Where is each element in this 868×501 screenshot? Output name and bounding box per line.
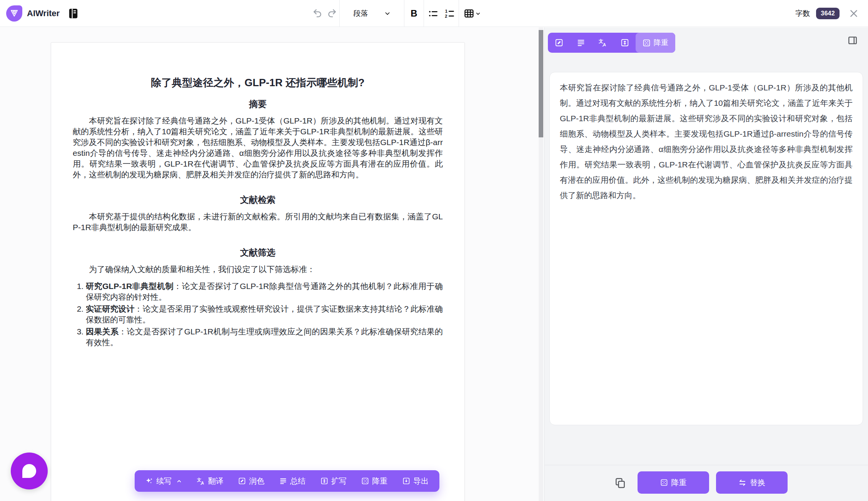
- export-square-icon: [402, 477, 410, 485]
- criterion-term: 因果关系: [86, 327, 119, 336]
- continue-writing-button[interactable]: 续写: [145, 476, 182, 486]
- screening-intro-paragraph[interactable]: 为了确保纳入文献的质量和相关性，我们设定了以下筛选标准：: [73, 264, 443, 275]
- dedupe-result-card: 本研究旨在探讨除了经典信号通路之外，GLP-1受体（GLP-1R）所涉及的其他机…: [549, 72, 863, 425]
- table-icon: [464, 8, 474, 19]
- editor-toolbar: 段落 B 1 2: [310, 0, 487, 27]
- svg-text:1: 1: [445, 9, 447, 13]
- editor-area: 除了典型途径之外，GLP-1R 还指示哪些机制? 摘要 本研究旨在探讨除了经典信…: [0, 27, 544, 501]
- numbered-list-button[interactable]: 1 2: [444, 8, 455, 19]
- edit-square-icon: [555, 38, 563, 47]
- brand: AIWriter: [6, 5, 78, 22]
- selection-toolbar: 续写 文 A 翻译 润色 总结: [135, 470, 439, 492]
- criterion-desc: ：论文是否探讨了GLP-1R机制与生理或病理效应之间的因果关系？此标准确保研究结…: [86, 327, 443, 347]
- edit-square-icon: [238, 477, 246, 485]
- document-panel-icon[interactable]: [68, 8, 78, 19]
- redo-button[interactable]: [325, 0, 339, 27]
- expand-square-icon: [320, 477, 328, 485]
- lit-search-heading[interactable]: 文献检索: [73, 194, 443, 206]
- chevron-down-icon: [384, 10, 391, 17]
- expand-button[interactable]: 扩写: [320, 476, 347, 486]
- dedupe-square-icon: [643, 39, 651, 47]
- collapse-panel-icon[interactable]: [847, 35, 858, 45]
- app-name: AIWriter: [27, 8, 60, 18]
- criterion-term: 研究GLP-1R非典型机制: [86, 282, 174, 291]
- panel-tabbar: 文 A 降重: [548, 33, 675, 53]
- dedupe-result-text: 本研究旨在探讨除了经典信号通路之外，GLP-1受体（GLP-1R）所涉及的其他机…: [560, 80, 853, 203]
- criterion-term: 实证研究设计: [86, 304, 135, 313]
- copy-icon[interactable]: [614, 477, 626, 489]
- insert-table-dropdown[interactable]: [459, 0, 487, 27]
- tab-polish[interactable]: [548, 33, 570, 53]
- bullet-list-button[interactable]: [428, 8, 438, 19]
- tab-expand[interactable]: [614, 33, 636, 53]
- abstract-heading[interactable]: 摘要: [73, 98, 443, 110]
- app-logo-icon: [6, 5, 22, 22]
- topbar-right: 字数 3642: [795, 0, 859, 27]
- editor-scrollbar-thumb[interactable]: [539, 30, 543, 137]
- tab-dedupe[interactable]: 降重: [636, 33, 675, 53]
- top-toolbar: AIWriter 段落 B: [0, 0, 868, 27]
- word-count-label: 字数: [795, 8, 810, 18]
- close-icon[interactable]: [849, 8, 859, 18]
- lit-search-paragraph[interactable]: 本研究基于提供的结构化数据，未进行新的文献检索。所引用的文献均来自已有数据集，涵…: [73, 211, 443, 233]
- dedupe-square-icon: [660, 479, 668, 486]
- swap-arrows-icon: [738, 479, 746, 487]
- criterion-desc: ：论文是否采用了实验性或观察性研究设计，提供了实证数据来支持其结论？此标准确保数…: [86, 304, 443, 324]
- caret-up-icon: [176, 478, 182, 484]
- chat-fab-button[interactable]: [11, 453, 48, 489]
- undo-button[interactable]: [310, 0, 325, 27]
- tab-summarize[interactable]: [570, 33, 592, 53]
- paragraph-style-value: 段落: [354, 8, 368, 18]
- translate-icon: 文 A: [599, 38, 607, 47]
- list-item[interactable]: 研究GLP-1R非典型机制：论文是否探讨了GLP-1R除典型信号通路之外的其他机…: [86, 281, 443, 302]
- lines-icon: [279, 477, 287, 485]
- list-item[interactable]: 实证研究设计：论文是否采用了实验性或观察性研究设计，提供了实证数据来支持其结论？…: [86, 304, 443, 325]
- document-title[interactable]: 除了典型途径之外，GLP-1R 还指示哪些机制?: [73, 76, 443, 90]
- dedupe-action-button[interactable]: 降重: [638, 471, 709, 494]
- panel-footer-divider: [544, 465, 868, 465]
- assistant-panel: 文 A 降重: [544, 27, 868, 501]
- chevron-down-icon: [476, 11, 481, 16]
- screening-criteria-list[interactable]: 研究GLP-1R非典型机制：论文是否探讨了GLP-1R除典型信号通路之外的其他机…: [86, 281, 443, 348]
- svg-text:2: 2: [445, 14, 447, 18]
- tab-dedupe-label: 降重: [654, 38, 668, 48]
- tab-translate[interactable]: 文 A: [592, 33, 614, 53]
- abstract-paragraph[interactable]: 本研究旨在探讨除了经典信号通路之外，GLP-1受体（GLP-1R）所涉及的其他机…: [73, 115, 443, 180]
- main-area: 除了典型途径之外，GLP-1R 还指示哪些机制? 摘要 本研究旨在探讨除了经典信…: [0, 27, 868, 501]
- lines-icon: [577, 38, 585, 47]
- translate-button[interactable]: 文 A 翻译: [197, 476, 224, 486]
- chat-bubble-icon: [22, 464, 36, 478]
- export-button[interactable]: 导出: [402, 476, 429, 486]
- polish-button[interactable]: 润色: [238, 476, 264, 486]
- dedupe-square-icon: [361, 477, 369, 485]
- sparkles-icon: [145, 477, 153, 485]
- word-count-badge: 3642: [816, 8, 840, 19]
- document-page[interactable]: 除了典型途径之外，GLP-1R 还指示哪些机制? 摘要 本研究旨在探讨除了经典信…: [51, 42, 465, 501]
- paragraph-style-dropdown[interactable]: 段落: [340, 0, 404, 27]
- dedupe-button[interactable]: 降重: [361, 476, 387, 486]
- translate-icon: 文 A: [197, 477, 205, 485]
- bold-button[interactable]: B: [411, 8, 417, 19]
- expand-square-icon: [621, 38, 629, 47]
- replace-action-button[interactable]: 替换: [716, 471, 788, 494]
- list-item[interactable]: 因果关系：论文是否探讨了GLP-1R机制与生理或病理效应之间的因果关系？此标准确…: [86, 326, 443, 348]
- summarize-button[interactable]: 总结: [279, 476, 305, 486]
- screening-heading[interactable]: 文献筛选: [73, 247, 443, 259]
